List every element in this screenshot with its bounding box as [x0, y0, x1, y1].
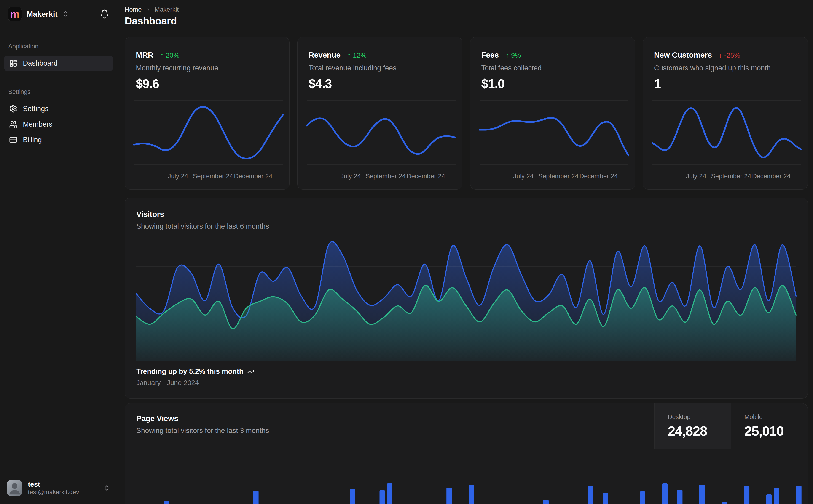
x-tick: September 24 [711, 172, 751, 180]
stat-delta-value: 20% [166, 51, 179, 59]
stat-delta-value: 9% [511, 51, 521, 59]
sidebar-item-billing[interactable]: Billing [4, 132, 113, 148]
sidebar: m Makerkit Application Dashboard Setting… [0, 0, 117, 504]
visitors-title: Visitors [136, 210, 796, 219]
fees-sparkline-chart [480, 100, 629, 164]
stat-value: 1 [654, 76, 797, 91]
visitors-area-chart [136, 238, 796, 343]
nav-section-application: Application [0, 43, 117, 50]
page-views-bar-chart [133, 456, 802, 504]
breadcrumb-home[interactable]: Home [125, 6, 142, 13]
x-axis-labels: July 24 September 24 December 24 [307, 172, 456, 182]
x-tick: July 24 [341, 172, 361, 180]
sidebar-item-members[interactable]: Members [4, 117, 113, 132]
stat-delta-badge: ↑ 20% [160, 51, 179, 59]
bell-icon[interactable] [100, 9, 109, 19]
users-icon [9, 120, 17, 128]
x-tick: December 24 [234, 172, 272, 180]
makerkit-logo[interactable]: m [8, 7, 22, 21]
page-views-title: Page Views [136, 414, 269, 423]
x-tick: September 24 [538, 172, 578, 180]
user-menu[interactable]: test test@makerkit.dev [0, 476, 117, 500]
chevrons-up-down-icon[interactable] [103, 485, 110, 491]
workspace-name[interactable]: Makerkit [27, 10, 58, 19]
x-tick: July 24 [513, 172, 533, 180]
credit-card-icon [9, 136, 17, 144]
x-tick: September 24 [365, 172, 406, 180]
stat-delta-badge: ↑ 9% [506, 51, 521, 59]
logo-letter: m [10, 9, 20, 19]
stat-value: $4.3 [309, 76, 451, 91]
toggle-desktop-value: 24,828 [668, 423, 718, 439]
toggle-mobile-value: 25,010 [744, 423, 794, 439]
arrow-up-icon: ↑ [160, 51, 164, 59]
sidebar-item-label: Members [23, 120, 52, 128]
user-name: test [28, 480, 79, 489]
gear-icon [9, 105, 17, 113]
stat-delta-badge: ↑ 12% [347, 51, 367, 59]
visitors-card: Visitors Showing total visitors for the … [125, 198, 808, 399]
nav-section-settings: Settings [0, 88, 117, 95]
stat-title: Revenue [309, 50, 341, 59]
visitors-footer: Trending up by 5.2% this month January -… [136, 367, 254, 387]
stat-delta-value: 12% [353, 51, 367, 59]
stat-subtitle: Customers who signed up this month [654, 64, 797, 72]
visitors-period: January - June 2024 [136, 379, 254, 387]
page-title: Dashboard [125, 15, 177, 27]
dashboard-page: { "sidebar": { "workspace": { "name": "M… [0, 0, 813, 504]
layout-dashboard-icon [9, 59, 17, 67]
stat-delta-value: -25% [724, 51, 740, 59]
avatar [7, 480, 22, 496]
revenue-sparkline-chart [307, 100, 456, 164]
stat-card-revenue: Revenue ↑ 12% Total revenue including fe… [297, 37, 462, 190]
chevrons-up-down-icon[interactable] [62, 11, 69, 17]
stat-card-new-customers: New Customers ↓ -25% Customers who signe… [643, 37, 808, 190]
page-views-toggle-group: Desktop 24,828 Mobile 25,010 [654, 403, 808, 449]
stat-card-fees: Fees ↑ 9% Total fees collected $1.0 July… [470, 37, 635, 190]
stat-cards-row: MRR ↑ 20% Monthly recurring revenue $9.6… [125, 37, 808, 190]
mrr-sparkline-chart [134, 100, 283, 164]
stat-subtitle: Total revenue including fees [309, 64, 451, 72]
x-axis-labels: July 24 September 24 December 24 [652, 172, 801, 182]
x-tick: July 24 [686, 172, 707, 180]
visitors-subtitle: Showing total visitors for the last 6 mo… [136, 222, 796, 231]
user-meta: test test@makerkit.dev [28, 480, 79, 496]
toggle-desktop-label: Desktop [668, 414, 718, 421]
toggle-mobile-label: Mobile [744, 414, 794, 421]
toggle-mobile[interactable]: Mobile 25,010 [731, 403, 808, 449]
toggle-desktop[interactable]: Desktop 24,828 [654, 403, 731, 449]
page-views-header: Page Views Showing total visitors for th… [125, 403, 808, 449]
sidebar-item-label: Settings [23, 105, 48, 113]
sidebar-item-settings[interactable]: Settings [4, 101, 113, 117]
x-axis-labels: July 24 September 24 December 24 [134, 172, 283, 182]
new-customers-sparkline-chart [652, 100, 801, 164]
workspace-row: m Makerkit [0, 0, 117, 21]
breadcrumb-makerkit[interactable]: Makerkit [154, 6, 179, 13]
user-email: test@makerkit.dev [28, 488, 79, 496]
stat-title: New Customers [654, 50, 712, 59]
visitors-trend-text: Trending up by 5.2% this month [136, 367, 243, 376]
page-views-subtitle: Showing total visitors for the last 3 mo… [136, 427, 269, 435]
breadcrumb: Home Makerkit [125, 6, 179, 13]
x-tick: December 24 [752, 172, 791, 180]
x-tick: July 24 [168, 172, 188, 180]
main-content: Home Makerkit Dashboard MRR ↑ 20% Monthl… [117, 0, 813, 504]
page-views-card: Page Views Showing total visitors for th… [125, 403, 808, 504]
x-tick: September 24 [193, 172, 233, 180]
sidebar-item-label: Dashboard [23, 59, 58, 67]
trending-up-icon [247, 368, 254, 375]
stat-title: Fees [481, 50, 499, 59]
arrow-up-icon: ↑ [347, 51, 351, 59]
person-silhouette-icon [7, 480, 22, 496]
x-tick: December 24 [407, 172, 445, 180]
stat-card-mrr: MRR ↑ 20% Monthly recurring revenue $9.6… [125, 37, 290, 190]
stat-subtitle: Monthly recurring revenue [136, 64, 278, 72]
x-axis-labels: July 24 September 24 December 24 [480, 172, 629, 182]
stat-value: $1.0 [481, 76, 624, 91]
sidebar-nav: Application Dashboard Settings Settings … [0, 43, 117, 148]
sidebar-item-dashboard[interactable]: Dashboard [4, 56, 113, 71]
stat-value: $9.6 [136, 76, 278, 91]
stat-subtitle: Total fees collected [481, 64, 624, 72]
x-tick: December 24 [579, 172, 618, 180]
stat-delta-badge: ↓ -25% [719, 51, 740, 59]
